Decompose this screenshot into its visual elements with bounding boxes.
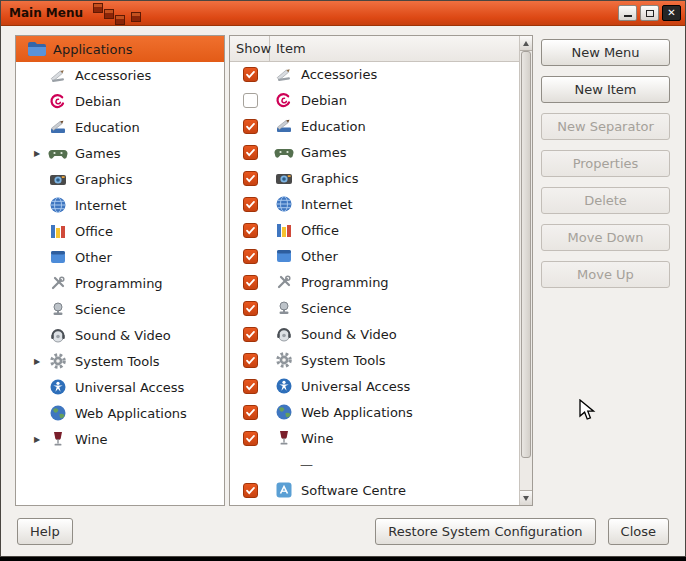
maximize-icon — [646, 10, 654, 17]
mouse-cursor — [579, 399, 597, 423]
show-cell — [230, 483, 270, 498]
show-checkbox[interactable] — [243, 483, 258, 498]
new-item-button[interactable]: New Item — [541, 76, 670, 103]
column-header-show[interactable]: Show — [230, 36, 270, 61]
item-cell: Accessories — [270, 64, 519, 84]
education-icon — [48, 117, 68, 137]
scrollbar-up-arrow[interactable] — [520, 36, 532, 51]
list-row-graphics[interactable]: Graphics — [230, 165, 519, 191]
list-row-wine[interactable]: Wine — [230, 425, 519, 451]
tree-item-sound-video[interactable]: Sound & Video — [16, 322, 224, 348]
web-applications-icon — [274, 402, 294, 422]
item-cell: Other — [270, 246, 519, 266]
tree-item-games[interactable]: ▶Games — [16, 140, 224, 166]
scrollbar-thumb[interactable] — [521, 51, 531, 458]
debian-icon — [48, 91, 68, 111]
tree-item-other[interactable]: Other — [16, 244, 224, 270]
tree-item-accessories[interactable]: Accessories — [16, 62, 224, 88]
show-checkbox[interactable] — [243, 301, 258, 316]
item-label: System Tools — [301, 353, 386, 368]
list-row-sound-video[interactable]: Sound & Video — [230, 321, 519, 347]
show-checkbox[interactable] — [243, 405, 258, 420]
list-row-debian[interactable]: Debian — [230, 87, 519, 113]
show-checkbox[interactable] — [243, 327, 258, 342]
list-row-education[interactable]: Education — [230, 113, 519, 139]
show-checkbox[interactable] — [243, 67, 258, 82]
tree-item-internet[interactable]: Internet — [16, 192, 224, 218]
tree-item-science[interactable]: Science — [16, 296, 224, 322]
window-title: Main Menu — [9, 1, 83, 25]
item-label: Universal Access — [301, 379, 410, 394]
tree-item-web-applications[interactable]: Web Applications — [16, 400, 224, 426]
item-cell: Science — [270, 298, 519, 318]
tree-item-office[interactable]: Office — [16, 218, 224, 244]
show-checkbox[interactable] — [243, 223, 258, 238]
tree-item-wine[interactable]: ▶Wine — [16, 426, 224, 452]
restore-system-configuration-button[interactable]: Restore System Configuration — [375, 518, 595, 545]
list-row-system-tools[interactable]: System Tools — [230, 347, 519, 373]
new-separator-button: New Separator — [541, 113, 670, 140]
tree-item-system-tools[interactable]: ▶System Tools — [16, 348, 224, 374]
maximize-button[interactable] — [640, 5, 659, 21]
show-checkbox[interactable] — [243, 119, 258, 134]
column-header-item[interactable]: Item — [270, 36, 519, 61]
show-cell — [230, 327, 270, 342]
close-button[interactable]: ✕ — [662, 5, 681, 21]
item-cell: Graphics — [270, 168, 519, 188]
new-menu-button[interactable]: New Menu — [541, 39, 670, 66]
item-label: Office — [301, 223, 339, 238]
tree-item-applications[interactable]: Applications — [16, 36, 224, 62]
accessories-icon — [48, 65, 68, 85]
list-row-accessories[interactable]: Accessories — [230, 61, 519, 87]
item-cell: System Tools — [270, 350, 519, 370]
tree-item-programming[interactable]: Programming — [16, 270, 224, 296]
wine-icon — [274, 428, 294, 448]
main-menu-window: Main Menu ✕ ApplicationsAccessoriesDebia… — [0, 0, 686, 557]
show-checkbox[interactable] — [243, 275, 258, 290]
list-row-software-centre[interactable]: Software Centre — [230, 477, 519, 503]
scrollbar-down-arrow[interactable] — [520, 490, 532, 505]
close-dialog-button[interactable]: Close — [608, 518, 669, 545]
action-button-column: New MenuNew ItemNew SeparatorPropertiesD… — [541, 39, 670, 298]
help-button[interactable]: Help — [17, 518, 73, 545]
show-checkbox[interactable] — [243, 353, 258, 368]
show-checkbox[interactable] — [243, 431, 258, 446]
office-icon — [48, 221, 68, 241]
separator-dash: — — [274, 457, 313, 472]
list-row-other[interactable]: Other — [230, 243, 519, 269]
show-checkbox[interactable] — [243, 379, 258, 394]
sound-video-icon — [274, 324, 294, 344]
show-checkbox[interactable] — [243, 249, 258, 264]
tree-item-debian[interactable]: Debian — [16, 88, 224, 114]
list-row-universal-access[interactable]: Universal Access — [230, 373, 519, 399]
list-row-internet[interactable]: Internet — [230, 191, 519, 217]
expander-icon[interactable]: ▶ — [34, 435, 48, 444]
list-row-web-applications[interactable]: Web Applications — [230, 399, 519, 425]
tree-item-label: Universal Access — [75, 380, 184, 395]
item-label: Education — [301, 119, 366, 134]
vertical-scrollbar[interactable] — [519, 36, 532, 505]
titlebar[interactable]: Main Menu ✕ — [1, 1, 685, 26]
minimize-button[interactable] — [618, 5, 637, 21]
show-checkbox[interactable] — [243, 197, 258, 212]
list-row-games[interactable]: Games — [230, 139, 519, 165]
universal-access-icon — [274, 376, 294, 396]
item-label: Debian — [301, 93, 347, 108]
list-row-programming[interactable]: Programming — [230, 269, 519, 295]
show-cell — [230, 379, 270, 394]
show-checkbox[interactable] — [243, 93, 258, 108]
footer-bar: Help Restore System Configuration Close — [17, 517, 669, 545]
expander-icon[interactable]: ▶ — [34, 357, 48, 366]
tree-item-graphics[interactable]: Graphics — [16, 166, 224, 192]
science-icon — [274, 298, 294, 318]
games-icon — [48, 143, 68, 163]
expander-icon[interactable]: ▶ — [34, 149, 48, 158]
show-checkbox[interactable] — [243, 171, 258, 186]
show-checkbox[interactable] — [243, 145, 258, 160]
list-row-science[interactable]: Science — [230, 295, 519, 321]
tree-item-label: Wine — [75, 432, 107, 447]
tree-item-education[interactable]: Education — [16, 114, 224, 140]
tree-item-universal-access[interactable]: Universal Access — [16, 374, 224, 400]
list-row-office[interactable]: Office — [230, 217, 519, 243]
list-row-separator[interactable]: — — [230, 451, 519, 477]
